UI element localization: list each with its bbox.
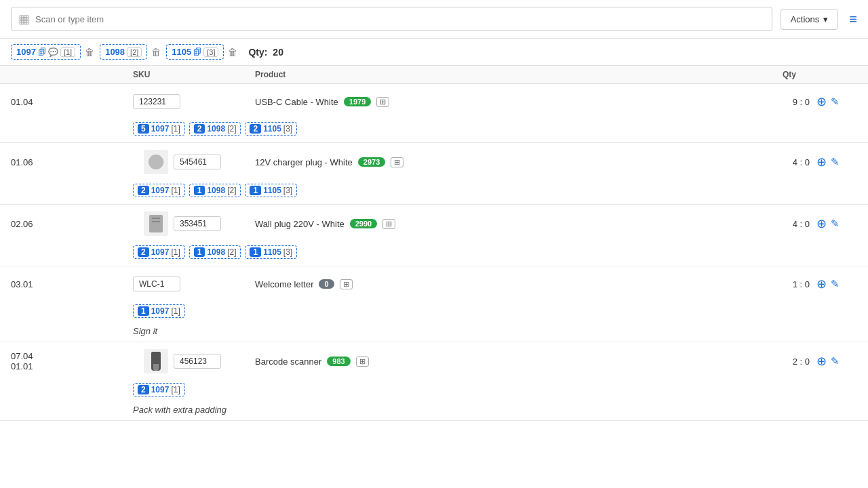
action-icons: ⊕ ✎	[816, 94, 857, 109]
stock-badge: 0	[319, 279, 334, 289]
tab-1105-delete[interactable]: 🗑	[228, 47, 237, 58]
add-icon[interactable]: ⊕	[816, 277, 827, 291]
qty-cell: 9 : 0	[708, 97, 816, 107]
order-tag[interactable]: 2 1097 [1]	[133, 184, 185, 197]
qty-cell: 4 : 0	[708, 219, 816, 229]
order-tag[interactable]: 1 1098 [2]	[189, 184, 241, 197]
chat-icon: 💬	[48, 47, 58, 57]
order-tag[interactable]: 2 1097 [1]	[133, 383, 185, 396]
tag-num: 2	[250, 124, 261, 134]
product-name-text: Wall plug 220V - White	[255, 219, 344, 229]
add-icon[interactable]: ⊕	[816, 216, 827, 231]
add-icon[interactable]: ⊕	[816, 155, 827, 169]
order-tabs: 1097 🗐 💬 [1] 🗑 1098 [2] 🗑 1105 🗐 [3] 🗑 Q…	[0, 39, 868, 66]
row-group-2: 01.06 545461 12V charger plug - White 29…	[0, 143, 868, 205]
add-icon[interactable]: ⊕	[816, 94, 827, 109]
tab-1098-delete[interactable]: 🗑	[151, 47, 161, 58]
tab-1098-id: 1098	[105, 47, 125, 57]
tag-num: 2	[138, 247, 149, 257]
tag-bracket: [1]	[171, 247, 180, 257]
barcode-icon: ▦	[18, 12, 30, 26]
expand-icon[interactable]: ⊞	[356, 357, 369, 367]
edit-icon[interactable]: ✎	[831, 355, 840, 367]
tag-num: 1	[138, 306, 149, 316]
tags-row: 2 1097 [1] 1 1098 [2] 1 1105 [3]	[0, 243, 868, 266]
sku-box: 456123	[174, 354, 221, 369]
action-icons: ⊕ ✎	[816, 277, 857, 291]
scan-input[interactable]	[35, 14, 765, 24]
sku-box: WLC-1	[133, 277, 180, 291]
top-bar: ▦ Actions ▾ ≡	[0, 0, 868, 39]
expand-icon[interactable]: ⊞	[382, 219, 395, 229]
tag-id: 1098	[207, 186, 225, 195]
tag-bracket: [2]	[227, 124, 236, 134]
product-row: 02.06 353451 Wall plug 220V - White 2990…	[0, 205, 868, 243]
expand-icon[interactable]: ⊞	[376, 97, 389, 107]
qty-cell: 1 : 0	[708, 279, 816, 289]
scan-input-wrap[interactable]: ▦	[11, 7, 772, 31]
pos-value-2: 01.01	[11, 361, 33, 371]
qty-cell: 2 : 0	[708, 357, 816, 367]
order-tag[interactable]: 2 1097 [1]	[133, 245, 185, 259]
order-tag[interactable]: 1 1105 [3]	[245, 184, 297, 197]
tag-bracket: [2]	[227, 247, 236, 257]
tag-id: 1098	[207, 124, 225, 134]
tag-id: 1105	[263, 124, 281, 134]
order-tag[interactable]: 1 1097 [1]	[133, 304, 185, 318]
tab-1097-delete[interactable]: 🗑	[85, 47, 94, 58]
edit-icon[interactable]: ✎	[831, 156, 840, 168]
qty-value: 4 : 0	[793, 219, 810, 229]
edit-icon[interactable]: ✎	[831, 218, 840, 230]
tab-1098[interactable]: 1098 [2]	[100, 44, 147, 60]
tag-num: 1	[194, 247, 205, 257]
product-name-text: USB-C Cable - White	[255, 97, 338, 107]
sku-cell: 456123	[133, 349, 255, 373]
col-pos	[11, 70, 133, 79]
product-row: 03.01 WLC-1 Welcome letter 0 ⊞ 1 : 0 ⊕ ✎	[0, 266, 868, 302]
tag-id: 1105	[263, 186, 281, 195]
expand-icon[interactable]: ⊞	[391, 157, 403, 167]
order-tag[interactable]: 2 1098 [2]	[189, 122, 241, 136]
tab-1105[interactable]: 1105 🗐 [3]	[166, 44, 224, 60]
product-name-text: Welcome letter	[255, 279, 313, 289]
edit-icon[interactable]: ✎	[831, 278, 840, 290]
hamburger-icon[interactable]: ≡	[849, 12, 857, 27]
order-tag[interactable]: 5 1097 [1]	[133, 122, 185, 136]
order-tag[interactable]: 1 1105 [3]	[245, 245, 297, 259]
file-icon: 🗐	[38, 47, 46, 57]
tag-bracket: [3]	[283, 247, 292, 257]
order-tag[interactable]: 1 1098 [2]	[189, 245, 241, 259]
pos-cell: 07.04 01.01	[11, 351, 133, 371]
product-row: 01.06 545461 12V charger plug - White 29…	[0, 143, 868, 181]
col-product: Product	[255, 70, 708, 79]
tab-1097[interactable]: 1097 🗐 💬 [1]	[11, 44, 81, 60]
tag-num: 2	[138, 385, 149, 394]
pos-cell: 01.06	[11, 157, 133, 167]
pos-cell: 02.06	[11, 219, 133, 229]
product-thumb	[144, 349, 168, 373]
stock-badge: 2973	[358, 157, 385, 167]
tag-id: 1097	[151, 124, 170, 134]
product-name-text: Barcode scanner	[255, 357, 321, 367]
qty-value: 1 : 0	[793, 279, 810, 289]
edit-icon[interactable]: ✎	[831, 96, 840, 108]
tab-1097-badge: [1]	[60, 47, 75, 57]
qty-value: 9 : 0	[793, 97, 810, 107]
pos-value: 02.06	[11, 219, 33, 229]
tag-id: 1097	[151, 306, 170, 316]
add-icon[interactable]: ⊕	[816, 354, 827, 369]
note-row: Sign it	[0, 325, 868, 342]
sku-box: 353451	[174, 216, 221, 231]
qty-value: 20	[273, 47, 283, 58]
expand-icon[interactable]: ⊞	[340, 279, 353, 289]
order-tag[interactable]: 2 1105 [3]	[245, 122, 297, 136]
sku-cell: 353451	[133, 211, 255, 236]
qty-value: 2 : 0	[793, 357, 810, 367]
pos-value-1: 07.04	[11, 351, 33, 361]
tags-row: 2 1097 [1]	[0, 380, 868, 403]
tag-bracket: [3]	[283, 186, 292, 195]
tag-id: 1097	[151, 186, 170, 195]
product-name-cell: Welcome letter 0 ⊞	[255, 279, 708, 289]
actions-button[interactable]: Actions ▾	[781, 9, 839, 30]
tab-1105-id: 1105	[172, 47, 191, 57]
